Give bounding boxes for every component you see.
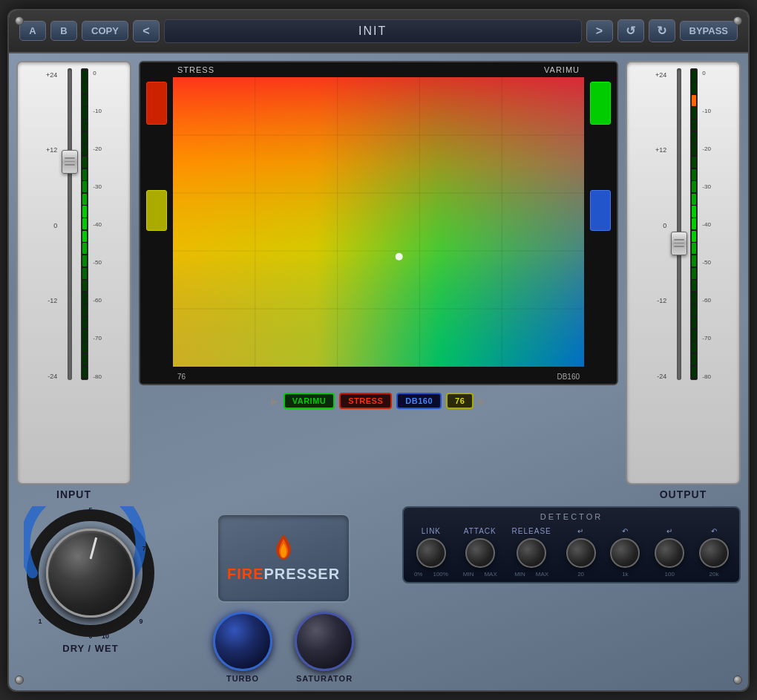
svg-text:4: 4: [60, 515, 64, 523]
output-fader-handle[interactable]: [671, 232, 687, 255]
freq3-knob[interactable]: [655, 538, 684, 568]
flame-icon: [270, 533, 297, 566]
mode-buttons-row: ▶ VARIMU STRESS DB160 76 ▶: [139, 390, 618, 412]
input-db-30: -30: [93, 183, 102, 190]
freq1-control: ↵ 20: [566, 527, 596, 578]
led: [692, 181, 696, 192]
screw-tr: [733, 16, 742, 25]
logo-fire: FIRE: [227, 566, 264, 583]
led: [82, 157, 87, 168]
prev-preset-button[interactable]: <: [133, 20, 160, 42]
output-db-80: -80: [702, 373, 711, 380]
led: [82, 144, 87, 155]
freq1-knob[interactable]: [566, 538, 596, 568]
input-fader-track-container: [62, 68, 78, 380]
next-preset-button[interactable]: >: [586, 20, 613, 42]
led: [82, 181, 87, 192]
led: [692, 107, 696, 118]
bottom-section: 0 1 2 3 4 5 6 7 8 9 10 DRY /: [9, 500, 748, 690]
svg-text:6: 6: [117, 515, 120, 523]
freq4-knob[interactable]: [699, 538, 729, 568]
led-active: [692, 206, 696, 217]
mode-76-button[interactable]: 76: [446, 393, 473, 409]
link-knob[interactable]: [416, 538, 446, 568]
attack-knob[interactable]: [465, 538, 495, 568]
input-db-70: -70: [93, 335, 102, 341]
input-scale-4: -12: [46, 297, 57, 304]
turbo-knob[interactable]: [213, 612, 272, 671]
release-sublabels: MIN MAX: [514, 571, 548, 578]
input-db-0: 0: [93, 70, 102, 76]
screw-tl: [15, 16, 24, 25]
led: [82, 367, 87, 378]
input-meter-strip: [81, 68, 88, 380]
main-area: +24 +12 0 -12 -24: [9, 53, 748, 500]
varimu-meter-high: [590, 82, 611, 125]
freq2-knob[interactable]: [610, 538, 640, 568]
led: [692, 144, 696, 155]
drywet-knob-container: 0 1 2 3 4 5 6 7 8 9 10: [24, 506, 157, 640]
undo-button[interactable]: ↺: [617, 19, 644, 42]
led: [82, 354, 87, 365]
output-db-70: -70: [702, 335, 711, 341]
mode-stress-button[interactable]: STRESS: [339, 393, 392, 409]
led: [692, 317, 696, 328]
output-db-10: -10: [702, 108, 711, 114]
led: [82, 169, 87, 180]
output-db-30: -30: [702, 183, 711, 190]
input-meter: [81, 68, 88, 477]
output-scale-1: +24: [655, 71, 666, 79]
handle-line-1: [65, 157, 75, 159]
led: [82, 317, 87, 328]
screw-bl: [15, 676, 24, 684]
link-control: LINK 0% 100%: [414, 527, 448, 578]
stress-meter-low: [146, 190, 167, 231]
mode-db160-button[interactable]: DB160: [396, 393, 442, 409]
led: [82, 95, 87, 106]
copy-button[interactable]: COPY: [82, 21, 128, 41]
redo-button[interactable]: ↻: [649, 19, 675, 42]
svg-text:2: 2: [27, 582, 31, 589]
detector-title: DETECTOR: [411, 512, 732, 521]
varimu-label: VARIMU: [544, 65, 580, 74]
release-label: RELEASE: [512, 527, 551, 535]
xy-bottom-row: 76 DB160: [140, 370, 617, 384]
output-label: OUTPUT: [660, 488, 707, 500]
input-fader-inner: +24 +12 0 -12 -24: [22, 68, 125, 477]
led: [82, 132, 87, 143]
led: [692, 194, 696, 205]
xy-gradient-area[interactable]: [173, 77, 584, 370]
detector-section: DETECTOR LINK 0% 100% ATTACK MIN: [402, 506, 741, 583]
led: [692, 120, 696, 131]
input-db-40: -40: [93, 221, 102, 228]
led: [82, 194, 87, 205]
release-knob[interactable]: [517, 538, 546, 568]
plugin-frame: A B COPY < INIT > ↺ ↻ BYPASS +24 +12 0 -…: [7, 9, 750, 692]
freq4-curve-icon: ↶: [711, 527, 718, 535]
bypass-button[interactable]: BYPASS: [680, 21, 738, 41]
output-meter-strip: [690, 68, 698, 380]
preset-b-button[interactable]: B: [50, 21, 77, 41]
mode-next-arrow[interactable]: ▶: [478, 395, 486, 407]
drywet-knob[interactable]: [46, 529, 135, 618]
led: [692, 132, 696, 143]
led: [82, 107, 87, 118]
handle-line-2: [65, 161, 75, 163]
preset-a-button[interactable]: A: [19, 21, 46, 41]
led: [82, 243, 87, 254]
input-scale-1: +24: [46, 71, 57, 79]
mode-varimu-button[interactable]: VARIMU: [284, 393, 335, 409]
input-fader-handle[interactable]: [62, 150, 78, 174]
xy-pad-container: STRESS VARIMU: [139, 61, 618, 385]
led: [692, 367, 696, 378]
saturator-knob[interactable]: [295, 612, 354, 671]
top-bar: A B COPY < INIT > ↺ ↻ BYPASS: [9, 10, 748, 53]
xy-bottom-left: 76: [177, 373, 186, 381]
mode-prev-arrow[interactable]: ▶: [271, 395, 279, 407]
led: [82, 304, 87, 315]
release-max: MAX: [536, 571, 548, 578]
led: [82, 82, 87, 94]
freq3-control: ↵ 100: [655, 527, 684, 578]
attack-sublabels: MIN MAX: [463, 571, 497, 578]
input-scale-2: +12: [46, 146, 57, 154]
